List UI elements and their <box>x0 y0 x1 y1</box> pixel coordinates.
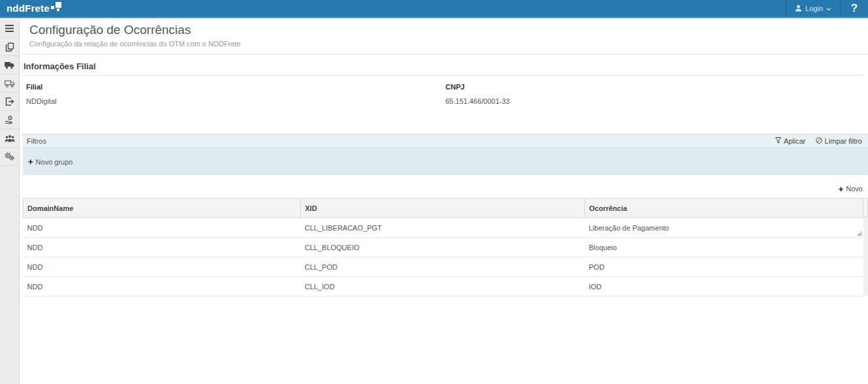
app-logo-icon <box>51 2 61 12</box>
table-cell: NDD <box>24 257 301 277</box>
field-filial-value: NDDigital <box>26 97 445 105</box>
user-icon <box>795 5 802 13</box>
truck-outline-icon <box>5 80 15 88</box>
page-subtitle: Configuração da relação de ocorrências d… <box>29 40 868 48</box>
table-row[interactable]: NDDCLL_BLOQUEIOBloqueio <box>24 238 863 257</box>
apply-filter-button[interactable]: Aplicar <box>775 137 806 145</box>
table-scrollbar-track[interactable] <box>863 198 868 296</box>
apply-filter-label: Aplicar <box>784 137 806 145</box>
table-cell: CLL_POD <box>301 257 585 277</box>
field-cnpj-value: 65.151.466/0001-33 <box>445 97 865 105</box>
sidebar-item-users[interactable] <box>0 129 19 148</box>
table-cell: NDD <box>24 238 301 257</box>
table-row[interactable]: NDDCLL_LIBERACAO_PGTLiberação de Pagamen… <box>24 218 863 238</box>
page-header: Configuração de Ocorrências Configuração… <box>20 20 868 55</box>
funnel-icon <box>775 137 781 145</box>
sidebar-item-truck[interactable] <box>0 56 19 74</box>
column-header-2[interactable]: Ocorrência <box>585 199 863 218</box>
login-menu[interactable]: Login <box>786 0 840 17</box>
hand-coin-icon <box>5 116 14 124</box>
table-cell: Liberação de Pagamento <box>585 218 863 238</box>
field-cnpj-label: CNPJ <box>445 83 865 91</box>
login-label: Login <box>805 5 823 12</box>
table-row[interactable]: NDDCLL_PODPOD <box>24 257 863 277</box>
sidebar-item-documents[interactable] <box>0 38 19 56</box>
resize-grip-icon <box>858 227 862 231</box>
table-row[interactable]: NDDCLL_IODIOD <box>24 277 863 296</box>
field-filial: Filial NDDigital <box>26 83 445 105</box>
chevron-down-icon <box>826 5 831 12</box>
table-cell: CLL_IOD <box>301 277 585 296</box>
table-toolbar: + Novo <box>20 185 863 193</box>
new-button-label: Novo <box>846 185 863 193</box>
table-cell: POD <box>585 257 863 277</box>
filters-title: Filtros <box>27 137 46 145</box>
branch-info-fields: Filial NDDigital CNPJ 65.151.466/0001-33 <box>26 83 865 105</box>
clear-filter-button[interactable]: Limpar filtro <box>816 137 862 145</box>
occurrences-grid: DomainNameXIDOcorrência NDDCLL_LIBERACAO… <box>23 198 868 296</box>
sidebar-item-exit[interactable] <box>0 93 19 111</box>
table-cell: IOD <box>585 277 863 296</box>
field-cnpj: CNPJ 65.151.466/0001-33 <box>445 83 865 105</box>
plus-icon: + <box>28 158 33 165</box>
occurrences-table: DomainNameXIDOcorrência NDDCLL_LIBERACAO… <box>23 198 863 296</box>
clear-filter-label: Limpar filtro <box>825 137 862 145</box>
filters-body: + Novo grupo <box>23 148 868 175</box>
table-header-row: DomainNameXIDOcorrência <box>24 199 863 218</box>
users-icon <box>5 135 15 142</box>
sidebar-item-menu[interactable] <box>0 20 19 38</box>
app-logo: nddFrete <box>7 1 61 16</box>
exit-icon <box>5 97 14 106</box>
filters-panel: Filtros Aplicar Limpar filtro + <box>23 134 868 175</box>
help-button[interactable]: ? <box>841 0 868 17</box>
table-cell: NDD <box>24 277 301 296</box>
new-button[interactable]: + Novo <box>839 185 863 193</box>
plus-icon: + <box>839 185 844 193</box>
documents-icon <box>5 42 14 52</box>
column-header-1[interactable]: XID <box>301 199 585 218</box>
table-cell: NDD <box>24 218 301 238</box>
main-content: Configuração de Ocorrências Configuração… <box>20 20 868 384</box>
app-logo-text: nddFrete <box>7 1 50 16</box>
page-title: Configuração de Ocorrências <box>29 23 868 37</box>
sidebar <box>0 20 20 384</box>
filters-header: Filtros Aplicar Limpar filtro <box>23 135 868 148</box>
top-bar: nddFrete Login ? <box>0 0 868 18</box>
new-group-button[interactable]: + Novo grupo <box>28 158 72 166</box>
field-filial-label: Filial <box>26 83 445 91</box>
sidebar-item-settings[interactable] <box>0 148 19 166</box>
truck-icon <box>5 61 14 69</box>
column-header-0[interactable]: DomainName <box>24 199 301 218</box>
section-heading-informacoes-filial: Informações Filial <box>23 61 865 76</box>
sidebar-item-truck-outline[interactable] <box>0 74 19 93</box>
sidebar-item-hand-coin[interactable] <box>0 111 19 129</box>
settings-gears-icon <box>5 152 14 161</box>
menu-icon <box>5 25 14 32</box>
table-cell: Bloqueio <box>585 238 863 257</box>
slash-circle-icon <box>816 137 822 145</box>
table-cell: CLL_LIBERACAO_PGT <box>301 218 585 238</box>
new-group-label: Novo grupo <box>36 158 73 166</box>
table-cell: CLL_BLOQUEIO <box>301 238 585 257</box>
